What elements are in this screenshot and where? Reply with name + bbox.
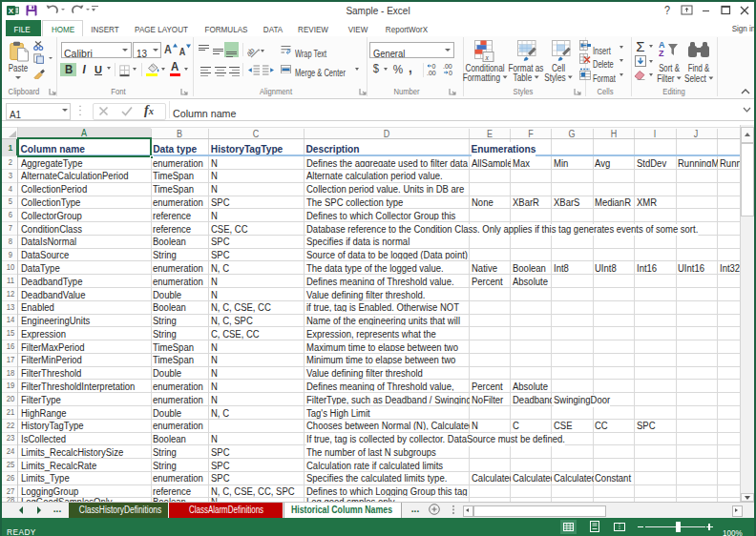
svg-text:Z: Z <box>659 49 664 58</box>
svg-text:X: X <box>9 7 14 15</box>
svg-text:.00: .00 <box>427 70 436 76</box>
svg-text:0: 0 <box>449 70 452 76</box>
svg-text:x: x <box>485 53 490 62</box>
